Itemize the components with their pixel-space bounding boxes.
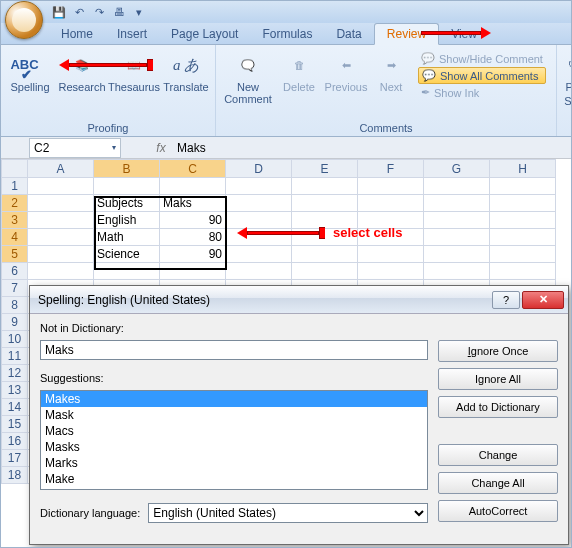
cell-b4[interactable]: Math (94, 229, 160, 246)
new-comment-label: New Comment (220, 81, 276, 105)
delete-comment-button[interactable]: 🗑 Delete (278, 47, 320, 93)
research-button[interactable]: 📚 Research (57, 47, 107, 93)
cell-c2[interactable]: Maks (160, 195, 226, 212)
row-header-6[interactable]: 6 (2, 263, 28, 280)
save-icon[interactable]: 💾 (51, 4, 67, 20)
col-header-g[interactable]: G (424, 160, 490, 178)
not-in-dictionary-label: Not in Dictionary: (40, 322, 428, 334)
row-header-18[interactable]: 18 (2, 467, 28, 484)
cell-c3[interactable]: 90 (160, 212, 226, 229)
thesaurus-button[interactable]: 📖 Thesaurus (109, 47, 159, 93)
next-comment-icon: ➡ (375, 51, 407, 79)
fx-icon[interactable]: fx (151, 141, 171, 155)
suggestions-list[interactable]: Makes Mask Macs Masks Marks Make (40, 390, 428, 490)
tab-formulas[interactable]: Formulas (250, 24, 324, 44)
row-header-3[interactable]: 3 (2, 212, 28, 229)
col-header-a[interactable]: A (28, 160, 94, 178)
new-comment-button[interactable]: 🗨️ New Comment (220, 47, 276, 105)
column-headers-row: A B C D E F G H (2, 160, 556, 178)
row-header-12[interactable]: 12 (2, 365, 28, 382)
suggestion-item[interactable]: Mask (41, 407, 427, 423)
show-all-comments-button[interactable]: 💬Show All Comments (418, 67, 546, 84)
show-hide-label: Show/Hide Comment (439, 53, 543, 65)
previous-comment-button[interactable]: ⬅ Previous (322, 47, 370, 93)
row-header-17[interactable]: 17 (2, 450, 28, 467)
row-header-10[interactable]: 10 (2, 331, 28, 348)
cell-b5[interactable]: Science (94, 246, 160, 263)
col-header-e[interactable]: E (292, 160, 358, 178)
change-all-button[interactable]: Change All (438, 472, 558, 494)
col-header-f[interactable]: F (358, 160, 424, 178)
suggestion-item[interactable]: Macs (41, 423, 427, 439)
ignore-once-button[interactable]: Ignore Once (438, 340, 558, 362)
dialog-close-button[interactable]: ✕ (522, 291, 564, 309)
col-header-b[interactable]: B (94, 160, 160, 178)
tab-home[interactable]: Home (49, 24, 105, 44)
translate-button[interactable]: a あ Translate (161, 47, 211, 93)
row-header-16[interactable]: 16 (2, 433, 28, 450)
autocorrect-button[interactable]: AutoCorrect (438, 500, 558, 522)
row-header-7[interactable]: 7 (2, 280, 28, 297)
row-header-1[interactable]: 1 (2, 178, 28, 195)
quickprint-icon[interactable]: 🖶 (111, 4, 127, 20)
row-header-8[interactable]: 8 (2, 297, 28, 314)
suggestion-item[interactable]: Make (41, 471, 427, 487)
tab-data[interactable]: Data (324, 24, 373, 44)
redo-icon[interactable]: ↷ (91, 4, 107, 20)
qat-dropdown-icon[interactable]: ▾ (131, 4, 147, 20)
cell-c5[interactable]: 90 (160, 246, 226, 263)
dialog-help-button[interactable]: ? (492, 291, 520, 309)
suggestion-item[interactable]: Marks (41, 455, 427, 471)
suggestion-item[interactable]: Masks (41, 439, 427, 455)
row-header-11[interactable]: 11 (2, 348, 28, 365)
show-all-label: Show All Comments (440, 70, 538, 82)
suggestion-item[interactable]: Makes (41, 391, 427, 407)
new-comment-icon: 🗨️ (232, 51, 264, 79)
dialog-titlebar[interactable]: Spelling: English (United States) ? ✕ (30, 286, 568, 314)
delete-comment-icon: 🗑 (283, 51, 315, 79)
row-header-4[interactable]: 4 (2, 229, 28, 246)
row-header-13[interactable]: 13 (2, 382, 28, 399)
research-label: Research (58, 81, 105, 93)
protect-label: Pro (565, 81, 572, 93)
office-button[interactable] (5, 1, 43, 39)
ignore-all-button[interactable]: Ignore All (438, 368, 558, 390)
row-header-5[interactable]: 5 (2, 246, 28, 263)
ribbon-tabs: Home Insert Page Layout Formulas Data Re… (1, 23, 571, 45)
protect-sheet-icon: 🛡 (558, 51, 572, 79)
cell-b3[interactable]: English (94, 212, 160, 229)
show-ink-button[interactable]: ✒Show Ink (418, 85, 546, 100)
row-header-15[interactable]: 15 (2, 416, 28, 433)
next-comment-button[interactable]: ➡ Next (372, 47, 410, 93)
tab-insert[interactable]: Insert (105, 24, 159, 44)
row-header-9[interactable]: 9 (2, 314, 28, 331)
name-box-dropdown-icon[interactable]: ▾ (112, 143, 116, 152)
show-ink-icon: ✒ (421, 86, 430, 99)
dictionary-language-select[interactable]: English (United States) (148, 503, 428, 523)
research-icon: 📚 (66, 51, 98, 79)
select-all-corner[interactable] (2, 160, 28, 178)
row-header-2[interactable]: 2 (2, 195, 28, 212)
formula-bar[interactable]: Maks (171, 141, 571, 155)
name-box[interactable]: C2 ▾ (29, 138, 121, 158)
add-to-dictionary-button[interactable]: Add to Dictionary (438, 396, 558, 418)
undo-icon[interactable]: ↶ (71, 4, 87, 20)
dictionary-language-label: Dictionary language: (40, 507, 140, 519)
cell-b2[interactable]: Subjects (94, 195, 160, 212)
thesaurus-icon: 📖 (118, 51, 150, 79)
col-header-c[interactable]: C (160, 160, 226, 178)
change-button[interactable]: Change (438, 444, 558, 466)
col-header-h[interactable]: H (490, 160, 556, 178)
suggestions-label: Suggestions: (40, 372, 428, 384)
show-hide-comment-button[interactable]: 💬Show/Hide Comment (418, 51, 546, 66)
not-in-dictionary-input[interactable] (40, 340, 428, 360)
tab-view[interactable]: View (439, 24, 489, 44)
col-header-d[interactable]: D (226, 160, 292, 178)
tab-page-layout[interactable]: Page Layout (159, 24, 250, 44)
cell-c4[interactable]: 80 (160, 229, 226, 246)
protect-sheet-button[interactable]: 🛡 Pro She (561, 47, 572, 107)
tab-review[interactable]: Review (374, 23, 439, 45)
quick-access-toolbar: 💾 ↶ ↷ 🖶 ▾ (1, 1, 571, 23)
row-header-14[interactable]: 14 (2, 399, 28, 416)
spelling-button[interactable]: ABC✔ Spelling (5, 47, 55, 93)
